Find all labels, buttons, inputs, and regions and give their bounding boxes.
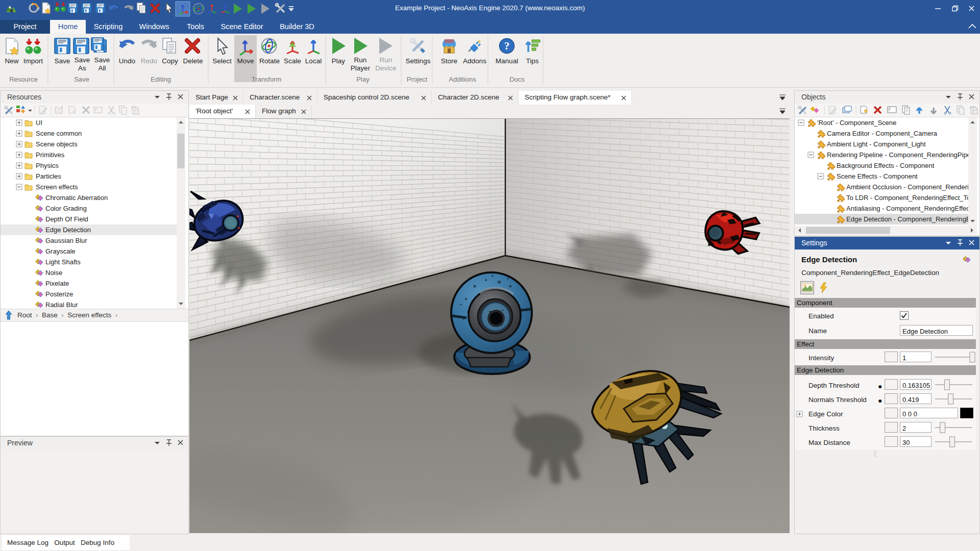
svg-text:?: ? [504, 40, 510, 52]
